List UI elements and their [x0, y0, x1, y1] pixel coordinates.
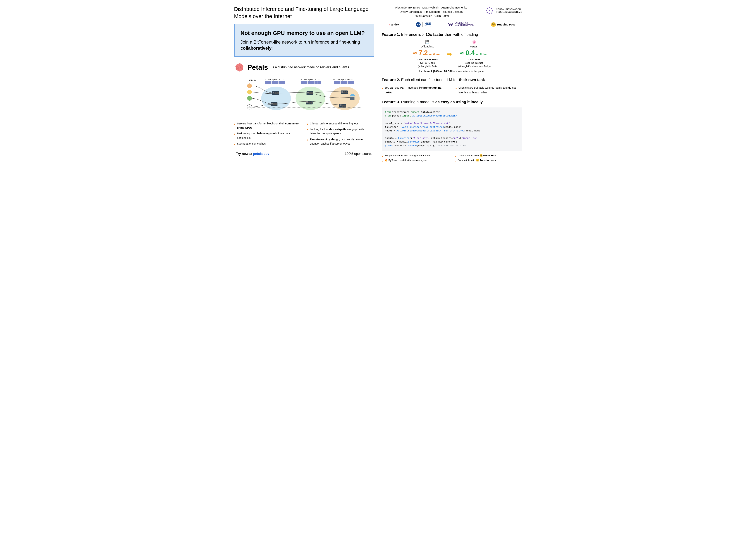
- svg-text:YOU: YOU: [248, 106, 251, 108]
- feature3-lists: Supports custom fine-tuning and sampling…: [382, 153, 522, 163]
- disk-icon: 💾: [413, 40, 441, 44]
- poster-title: Distributed Inference and Fine-tuning of…: [234, 6, 374, 20]
- feature3-title: Feature 3. Running a model is as easy as…: [382, 100, 522, 104]
- authors: Alexander Borzunov · Max Ryabinin · Arte…: [382, 6, 481, 18]
- petals-link[interactable]: petals.dev: [253, 152, 269, 155]
- svg-rect-30: [334, 81, 337, 84]
- petals-flower-icon: [234, 62, 245, 73]
- feature1-footnote: for Llama 2 (70B) on T4 GPUs, more setup…: [382, 70, 522, 73]
- petals-header: Petals is a distributed network made of …: [234, 62, 374, 73]
- svg-rect-20: [272, 81, 275, 84]
- svg-rect-22: [279, 81, 282, 84]
- svg-point-52: [487, 8, 488, 9]
- svg-rect-29: [318, 81, 321, 84]
- svg-rect-26: [308, 81, 311, 84]
- clients-list: Clients run inference and fine-tuning jo…: [307, 122, 374, 147]
- svg-point-50: [487, 12, 488, 13]
- speed-comparison: 💾 Offloading: ≈ 7.2 sec/token sends tens…: [382, 40, 522, 68]
- svg-point-42: [247, 96, 252, 100]
- svg-point-45: [489, 7, 490, 8]
- svg-rect-33: [344, 81, 347, 84]
- svg-point-46: [491, 8, 492, 9]
- svg-rect-27: [311, 81, 314, 84]
- svg-rect-18: [265, 81, 268, 84]
- svg-point-51: [486, 10, 487, 11]
- servers-list: Servers host transformer blocks on their…: [234, 122, 301, 147]
- svg-rect-25: [304, 81, 307, 84]
- svg-point-36: [261, 87, 291, 110]
- svg-rect-32: [341, 81, 344, 84]
- uw-logo: W UNIVERSITY ofWASHINGTON: [448, 21, 474, 28]
- arrow-right-icon: ➡: [447, 50, 452, 58]
- try-now: Try now at petals.dev: [236, 152, 269, 156]
- feature1-title: Feature 1. Inference is > 10x faster tha…: [382, 32, 522, 37]
- callout-body: Join a BitTorrent-like network to run in…: [240, 39, 368, 51]
- architecture-diagram: Clients BLOOM layers, part 1/3 BLOOM lay…: [234, 76, 374, 117]
- svg-point-37: [295, 87, 325, 110]
- open-source-label: 100% open source: [345, 152, 372, 156]
- clients-label: Clients: [249, 79, 256, 82]
- code-example: from transformers import AutoTokenizer f…: [382, 107, 522, 151]
- svg-text:BLOOM layers, part 3/3: BLOOM layers, part 3/3: [333, 78, 353, 80]
- svg-rect-21: [275, 81, 278, 84]
- affiliation-logos: YYandexandex Вэ HSEUniversity W UNIVERSI…: [382, 21, 522, 28]
- svg-point-48: [491, 13, 492, 14]
- svg-rect-31: [337, 81, 340, 84]
- svg-rect-19: [268, 81, 271, 84]
- svg-text:BLOOM layers, part 1/3: BLOOM layers, part 1/3: [265, 78, 284, 80]
- feature2-title: Feature 2. Each client can fine-tune LLM…: [382, 77, 522, 82]
- svg-rect-34: [348, 81, 351, 84]
- server-client-lists: Servers host transformer blocks on their…: [234, 122, 374, 147]
- svg-point-47: [492, 10, 493, 12]
- svg-text:BLOOM layers, part 2/3: BLOOM layers, part 2/3: [301, 78, 320, 80]
- svg-point-40: [247, 83, 252, 88]
- svg-point-49: [489, 13, 490, 14]
- flower-small-icon: 🌸: [458, 40, 491, 44]
- svg-rect-23: [282, 81, 285, 84]
- petals-name: Petals: [247, 64, 268, 71]
- svg-point-41: [247, 90, 252, 94]
- hf-logo: 🤗Hugging Face: [491, 22, 515, 27]
- petals-desc: is a distributed network made of servers…: [272, 65, 349, 70]
- callout-box: Not enough GPU memory to use an open LLM…: [234, 24, 374, 57]
- feature2-lists: You can use PEFT methods like prompt tun…: [382, 85, 522, 95]
- svg-rect-28: [314, 81, 318, 84]
- svg-point-53: [489, 10, 490, 11]
- yandex-logo: YYandexandex: [388, 23, 399, 26]
- svg-rect-35: [351, 81, 354, 84]
- neurips-logo: NEURAL INFORMATION PROCESSING SYSTEMS: [484, 6, 522, 16]
- svg-rect-39: [350, 97, 354, 100]
- hse-logo: Вэ HSEUniversity: [416, 22, 431, 27]
- svg-rect-24: [301, 81, 304, 84]
- callout-heading: Not enough GPU memory to use an open LLM…: [240, 29, 368, 37]
